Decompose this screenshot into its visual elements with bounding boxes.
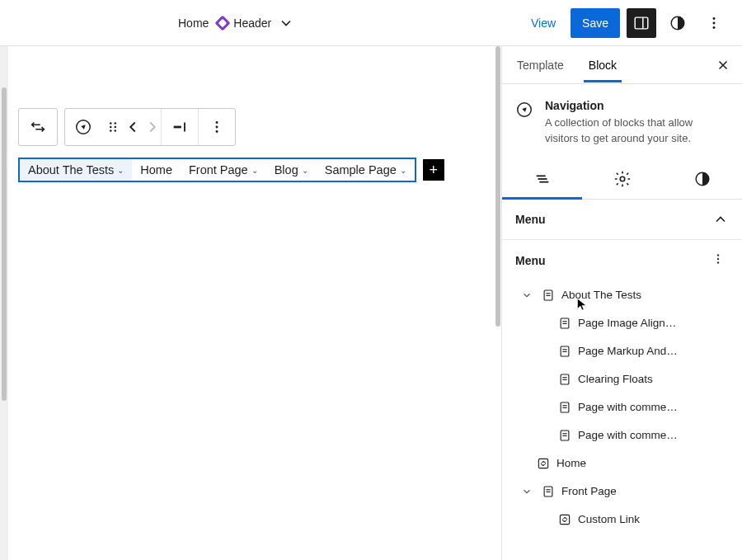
save-button[interactable]: Save: [571, 8, 620, 38]
nav-item[interactable]: Sample Page⌄: [317, 159, 415, 181]
tree-item[interactable]: Clearing Floats: [509, 365, 737, 393]
tree-item[interactable]: Custom Link: [509, 506, 737, 534]
sidebar-scrollbar[interactable]: [494, 46, 502, 560]
tree-item[interactable]: Front Page: [509, 478, 737, 506]
more-vertical-icon: [711, 252, 726, 266]
template-chip[interactable]: Header: [215, 16, 271, 31]
tree-item-label: Custom Link: [578, 513, 640, 525]
swap-icon: [29, 118, 47, 136]
block-movers[interactable]: [124, 109, 161, 145]
chevron-down-icon: ⌄: [117, 166, 124, 175]
styles-toggle[interactable]: [663, 8, 693, 38]
page-icon: [540, 483, 556, 500]
page-icon: [556, 315, 573, 332]
nav-item-label: About The Tests: [28, 163, 114, 176]
panel-icon: [632, 14, 650, 32]
tab-block[interactable]: Block: [584, 49, 622, 82]
navigation-tree: About The TestsPage Image Align…Page Mar…: [502, 278, 742, 550]
tree-item-label: Page with comme…: [578, 401, 678, 413]
close-sidebar-button[interactable]: [714, 56, 732, 74]
breadcrumb-home[interactable]: Home: [178, 16, 209, 30]
chevron-down-icon: ⌄: [251, 166, 258, 175]
nav-item[interactable]: Blog⌄: [266, 159, 317, 181]
view-link[interactable]: View: [523, 10, 564, 36]
justify-button[interactable]: [162, 109, 198, 145]
tree-item-label: Home: [556, 457, 586, 469]
block-options-button[interactable]: [199, 109, 235, 145]
page-icon: [556, 427, 573, 444]
chevron-up-icon: [712, 211, 729, 228]
panel-menu-toggle[interactable]: Menu: [502, 200, 742, 240]
block-toolbar: [18, 108, 483, 146]
template-part-icon: [215, 16, 230, 31]
compass-icon: [515, 101, 533, 119]
tree-item[interactable]: Page Markup And…: [509, 337, 737, 365]
block-description: A collection of blocks that allow visito…: [545, 115, 729, 147]
close-icon: [716, 58, 730, 73]
more-menu[interactable]: [699, 8, 729, 38]
link-icon: [535, 455, 552, 472]
nav-item[interactable]: Front Page⌄: [181, 159, 266, 181]
tree-item[interactable]: Page with comme…: [509, 393, 737, 421]
settings-panel-toggle[interactable]: [627, 8, 656, 38]
chevron-down-icon: ⌄: [400, 166, 406, 175]
subtab-list-view[interactable]: [502, 160, 582, 199]
tree-item-label: Page Markup And…: [578, 345, 678, 357]
contrast-icon: [669, 14, 687, 32]
tree-item[interactable]: About The Tests: [509, 281, 737, 309]
block-title: Navigation: [545, 99, 729, 112]
subtab-settings[interactable]: [582, 160, 662, 199]
nav-item-label: Sample Page: [325, 163, 397, 176]
tree-item[interactable]: Page Image Align…: [509, 309, 737, 337]
nav-item-label: Blog: [275, 163, 298, 176]
page-icon: [556, 343, 573, 360]
drag-handle[interactable]: [101, 109, 124, 145]
tree-item-label: Front Page: [561, 485, 617, 497]
more-vertical-icon: [705, 14, 723, 32]
page-icon: [540, 287, 556, 304]
list-view-icon: [533, 170, 552, 188]
chevron-down-icon[interactable]: [519, 486, 535, 497]
top-actions: View Save: [523, 8, 729, 38]
drag-icon: [104, 118, 122, 136]
chevron-right-icon: [143, 118, 162, 136]
chevron-down-icon[interactable]: [278, 15, 294, 31]
top-bar: Home Header View Save: [0, 0, 742, 46]
nav-item[interactable]: Home: [132, 159, 181, 181]
gear-icon: [613, 170, 632, 188]
document-breadcrumb: Home Header: [178, 15, 294, 31]
sidebar-tabs: Template Block: [502, 46, 742, 84]
settings-sidebar: Template Block Navigation A collection o…: [501, 46, 742, 560]
page-icon: [556, 371, 573, 388]
editor-canvas[interactable]: About The Tests⌄HomeFront Page⌄Blog⌄Samp…: [0, 46, 501, 560]
contrast-icon: [693, 170, 711, 188]
add-block-button[interactable]: +: [423, 159, 444, 181]
inspector-subtabs: [502, 160, 742, 200]
more-vertical-icon: [208, 118, 226, 136]
template-label: Header: [233, 16, 271, 30]
tree-item[interactable]: Page with comme…: [509, 421, 737, 449]
menu-name-row: Menu: [502, 240, 742, 278]
chevron-left-icon: [124, 118, 142, 136]
menu-options-button[interactable]: [707, 248, 729, 273]
navigation-block[interactable]: About The Tests⌄HomeFront Page⌄Blog⌄Samp…: [18, 158, 483, 182]
chevron-down-icon: ⌄: [302, 166, 308, 175]
parent-block-button[interactable]: [19, 109, 57, 145]
link-icon: [556, 511, 573, 528]
subtab-styles[interactable]: [662, 160, 742, 199]
block-type-button[interactable]: [65, 109, 101, 145]
page-icon: [556, 399, 573, 416]
nav-item-label: Home: [140, 163, 172, 176]
tree-item[interactable]: Home: [509, 449, 737, 478]
canvas-scrollbar[interactable]: [0, 46, 8, 560]
justify-icon: [171, 118, 189, 136]
tree-item-label: About The Tests: [561, 289, 641, 301]
nav-item[interactable]: About The Tests⌄: [20, 159, 132, 181]
block-card: Navigation A collection of blocks that a…: [502, 84, 742, 160]
tree-item-label: Clearing Floats: [578, 373, 653, 385]
chevron-down-icon[interactable]: [519, 289, 535, 301]
panel-menu-title: Menu: [515, 213, 546, 226]
menu-name: Menu: [515, 254, 546, 267]
tree-item-label: Page Image Align…: [578, 317, 676, 329]
tab-template[interactable]: Template: [512, 49, 569, 82]
